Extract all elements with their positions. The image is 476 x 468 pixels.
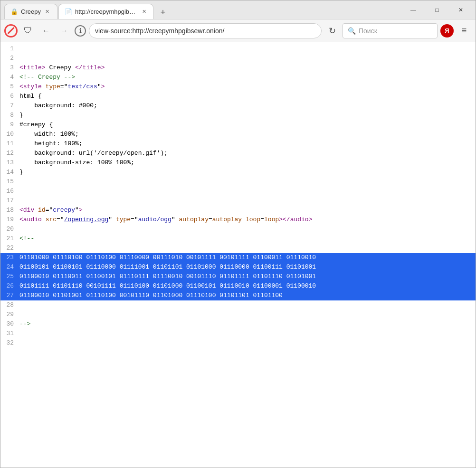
line-content: #creepy { [19, 120, 476, 130]
source-line-11: 11 height: 100%; [0, 139, 476, 149]
line-number: 28 [0, 300, 19, 310]
source-line-22: 22 [0, 243, 476, 253]
line-content: } [19, 168, 476, 177]
source-line-16: 16 [0, 187, 476, 196]
line-content [19, 329, 476, 338]
line-content: <!-- Creepy --> [19, 73, 476, 82]
source-line-14: 14} [0, 168, 476, 177]
line-content: height: 100%; [19, 139, 476, 149]
line-content [19, 338, 476, 348]
tab-close-source[interactable]: ✕ [142, 8, 147, 16]
source-line-8: 8} [0, 111, 476, 120]
tab-label-source: http://creepymhpgibsewr.oni... [75, 8, 139, 15]
line-content: background: url('/creepy/open.gif'); [19, 149, 476, 158]
forward-button[interactable]: → [57, 23, 72, 38]
yandex-icon[interactable]: Я [440, 24, 454, 37]
address-input[interactable]: view-source:http://creepymhpgibsewr.onio… [89, 23, 322, 38]
line-content [19, 54, 476, 63]
source-line-9: 9#creepy { [0, 120, 476, 130]
source-line-25: 2501100010 01110011 01100101 01110111 01… [0, 272, 476, 281]
line-number: 2 [0, 54, 19, 63]
line-number: 13 [0, 158, 19, 168]
line-content: <audio src="/opening.ogg" type="audio/og… [19, 215, 476, 225]
source-line-5: 5<style type="text/css"> [0, 82, 476, 92]
line-number: 19 [0, 215, 19, 225]
source-line-2: 2 [0, 54, 476, 63]
line-number: 6 [0, 92, 19, 101]
line-number: 7 [0, 101, 19, 111]
line-content [19, 225, 476, 234]
source-line-23: 2301101000 01110100 01110100 01110000 00… [0, 253, 476, 262]
line-number: 1 [0, 44, 19, 54]
window-controls: — □ ✕ [402, 3, 472, 17]
search-placeholder-text: Поиск [359, 27, 377, 35]
source-line-12: 12 background: url('/creepy/open.gif'); [0, 149, 476, 158]
source-line-21: 21<!-- [0, 234, 476, 243]
line-number: 29 [0, 310, 19, 319]
page-info-button[interactable]: ℹ [75, 25, 86, 37]
source-line-32: 32 [0, 338, 476, 348]
line-number: 9 [0, 120, 19, 130]
source-line-3: 3<title> Creepy </title> [0, 63, 476, 73]
tab-close-creepy[interactable]: ✕ [44, 8, 51, 16]
line-content: 01100101 01100101 01110000 01111001 0110… [19, 262, 476, 272]
line-content [19, 44, 476, 54]
tab-creepy[interactable]: 🔒 Creepy ✕ [4, 4, 57, 19]
search-icon: 🔍 [348, 27, 356, 35]
line-number: 27 [0, 291, 19, 300]
line-content [19, 187, 476, 196]
source-line-17: 17 [0, 196, 476, 206]
line-content: 01100010 01101001 01110100 00101110 0110… [19, 291, 476, 300]
source-line-27: 2701100010 01101001 01110100 00101110 01… [0, 291, 476, 300]
line-content: <style type="text/css"> [19, 82, 476, 92]
line-number: 22 [0, 243, 19, 253]
source-line-19: 19<audio src="/opening.ogg" type="audio/… [0, 215, 476, 225]
tab-group: 🔒 Creepy ✕ 📄 http://creepymhpgibsewr.oni… [4, 0, 170, 19]
line-content: <div id="creepy"> [19, 206, 476, 215]
minimize-button[interactable]: — [402, 3, 424, 17]
line-number: 11 [0, 139, 19, 149]
shield-button[interactable]: 🛡 [20, 23, 36, 38]
tab-favicon-source: 📄 [65, 8, 72, 15]
line-content: 01100010 01110011 01100101 01110111 0111… [19, 272, 476, 281]
source-line-15: 15 [0, 177, 476, 187]
browser-window: 🔒 Creepy ✕ 📄 http://creepymhpgibsewr.oni… [0, 0, 476, 468]
line-content: html { [19, 92, 476, 101]
line-number: 25 [0, 272, 19, 281]
line-content: 01101000 01110100 01110100 01110000 0011… [19, 253, 476, 262]
line-content: 01101111 01101110 00101111 01110100 0110… [19, 281, 476, 291]
back-button[interactable]: ← [38, 23, 54, 38]
line-number: 16 [0, 187, 19, 196]
line-content: <title> Creepy </title> [19, 63, 476, 73]
source-view: 123<title> Creepy </title>4<!-- Creepy -… [0, 42, 476, 468]
source-line-6: 6html { [0, 92, 476, 101]
source-line-20: 20 [0, 225, 476, 234]
source-line-26: 2601101111 01101110 00101111 01110100 01… [0, 281, 476, 291]
new-tab-button[interactable]: + [156, 6, 170, 19]
line-content [19, 310, 476, 319]
line-number: 5 [0, 82, 19, 92]
line-number: 20 [0, 225, 19, 234]
source-line-30: 30--> [0, 319, 476, 329]
line-number: 17 [0, 196, 19, 206]
line-number: 4 [0, 73, 19, 82]
maximize-button[interactable]: □ [426, 3, 448, 17]
source-line-28: 28 [0, 300, 476, 310]
tab-favicon-creepy: 🔒 [10, 8, 18, 15]
source-line-1: 1 [0, 44, 476, 54]
close-button[interactable]: ✕ [450, 3, 472, 17]
line-number: 10 [0, 130, 19, 139]
line-number: 31 [0, 329, 19, 338]
line-number: 3 [0, 63, 19, 73]
line-number: 15 [0, 177, 19, 187]
tab-source[interactable]: 📄 http://creepymhpgibsewr.oni... ✕ [58, 4, 153, 19]
line-number: 18 [0, 206, 19, 215]
source-line-18: 18<div id="creepy"> [0, 206, 476, 215]
line-content [19, 196, 476, 206]
tab-label-creepy: Creepy [21, 8, 41, 15]
line-number: 12 [0, 149, 19, 158]
line-content: <!-- [19, 234, 476, 243]
menu-button[interactable]: ≡ [457, 23, 472, 38]
search-bar[interactable]: 🔍 Поиск [343, 23, 438, 38]
refresh-button[interactable]: ↻ [324, 23, 340, 38]
